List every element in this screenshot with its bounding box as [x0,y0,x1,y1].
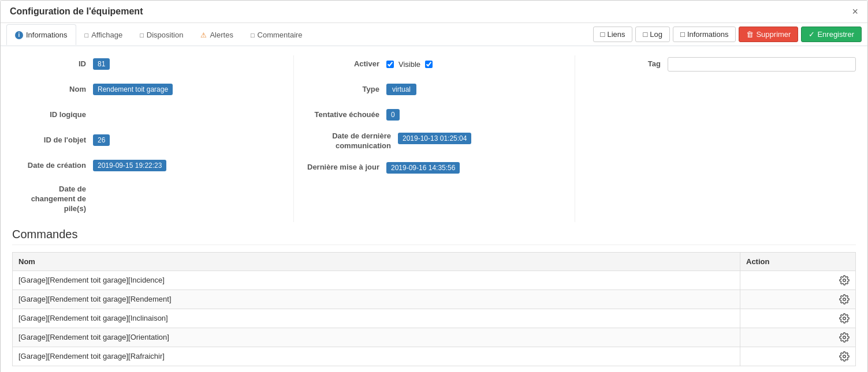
nom-row: Nom Rendement toit garage [12,81,282,98]
command-action [740,347,856,366]
tab-disposition-label: Disposition [147,31,184,39]
col-nom-header: Nom [13,252,740,270]
date-creation-row: Date de création 2019-09-15 19:22:23 [12,157,282,174]
nom-label: Nom [12,85,93,95]
informations2-button[interactable]: □ Informations [673,27,736,42]
tentative-label: Tentative échouée [306,110,386,120]
affichage-icon: □ [85,32,89,39]
id-objet-label: ID de l'objet [12,136,93,145]
nom-value: Rendement toit garage [93,84,282,95]
type-row: Type virtual [306,81,563,98]
command-nom: [Garage][Rendement toit garage][Orientat… [13,328,740,347]
table-row: [Garage][Rendement toit garage][Inclinai… [13,309,856,328]
log-button[interactable]: □ Log [635,27,670,42]
col-action-header: Action [740,252,856,270]
tab-affichage[interactable]: □ Affichage [76,24,132,45]
tag-field-container [668,57,856,72]
action-gear-icon[interactable] [746,275,850,285]
commands-table: Nom Action [Garage][Rendement toit garag… [12,252,856,366]
tag-input[interactable] [668,57,856,72]
table-row: [Garage][Rendement toit garage][Incidenc… [13,270,856,290]
tabs-right: □ Liens □ Log □ Informations 🗑 Supprimer… [593,23,862,46]
id-row: ID 81 [12,55,282,73]
action-gear-icon[interactable] [746,313,850,324]
alertes-icon: ⚠ [200,31,207,39]
liens-icon: □ [601,30,605,39]
table-row: [Garage][Rendement toit garage][Rendemen… [13,290,856,309]
tab-informations[interactable]: i Informations [6,24,76,45]
tab-commentaire-label: Commentaire [258,31,303,39]
date-creation-label: Date de création [12,161,93,171]
command-nom: [Garage][Rendement toit garage][Inclinai… [13,309,740,328]
form-section-right: Tag [575,55,856,222]
id-objet-row: ID de l'objet 26 [12,131,282,149]
tag-label: Tag [587,59,668,69]
tab-commentaire[interactable]: □ Commentaire [242,24,311,45]
table-row: [Garage][Rendement toit garage][Rafraich… [13,347,856,366]
svg-point-0 [843,279,846,281]
date-creation-value: 2019-09-15 19:22:23 [93,160,282,171]
action-gear-icon[interactable] [746,351,850,362]
close-button[interactable]: × [852,6,858,17]
command-nom: [Garage][Rendement toit garage][Incidenc… [13,270,740,290]
id-objet-badge: 26 [93,134,110,146]
enregistrer-button[interactable]: ✓ Enregistrer [801,27,862,42]
activer-checkbox[interactable] [386,61,394,68]
liens-button[interactable]: □ Liens [593,27,633,42]
date-creation-badge: 2019-09-15 19:22:23 [93,160,166,171]
command-nom: [Garage][Rendement toit garage][Rafraich… [13,347,740,366]
tentative-row: Tentative échouée 0 [306,106,563,123]
id-logique-row: ID logique [12,106,282,123]
type-badge: virtual [386,84,416,95]
visible-checkbox[interactable] [425,61,433,68]
informations2-icon: □ [680,30,685,39]
action-gear-icon[interactable] [746,332,850,343]
id-value: 81 [93,58,282,70]
derniere-comm-value: 2019-10-13 01:25:04 [398,131,563,144]
supprimer-button[interactable]: 🗑 Supprimer [739,27,798,42]
derniere-comm-label: Date de dernièrecommunication [306,131,398,151]
derniere-maj-value: 2019-09-16 14:35:56 [386,162,563,174]
command-action [740,290,856,309]
svg-point-2 [843,317,846,320]
commentaire-icon: □ [251,32,255,39]
tab-alertes-label: Alertes [210,31,233,39]
tab-disposition[interactable]: □ Disposition [131,24,192,45]
tabs-left: i Informations □ Affichage □ Disposition… [6,24,311,44]
derniere-comm-row: Date de dernièrecommunication 2019-10-13… [306,131,563,151]
modal-title: Configuration de l'équipement [10,6,143,17]
form-grid: ID 81 Nom Rendement toit garage ID logiq… [12,55,856,222]
id-label: ID [12,59,93,69]
svg-point-3 [843,336,846,339]
form-section-mid: Activer Visible Type virtual [293,55,575,222]
commands-title: Commandes [12,228,856,245]
derniere-maj-label: Dernière mise à jour [306,163,386,172]
derniere-maj-row: Dernière mise à jour 2019-09-16 14:35:56 [306,159,563,176]
table-row: [Garage][Rendement toit garage][Orientat… [13,328,856,347]
date-changement-row: Date dechangement depile(s) [12,182,282,214]
tab-affichage-label: Affichage [91,31,122,39]
action-gear-icon[interactable] [746,294,850,305]
command-nom: [Garage][Rendement toit garage][Rendemen… [13,290,740,309]
id-logique-label: ID logique [12,110,93,120]
modal-body: ID 81 Nom Rendement toit garage ID logiq… [1,46,867,372]
derniere-comm-badge: 2019-10-13 01:25:04 [398,133,471,144]
command-action [740,270,856,290]
trash-icon: 🗑 [746,30,754,39]
visible-label: Visible [398,60,420,69]
id-badge: 81 [93,58,110,70]
info-tab-icon: i [15,31,23,39]
command-action [740,309,856,328]
nom-badge: Rendement toit garage [93,84,173,95]
derniere-maj-badge: 2019-09-16 14:35:56 [386,162,460,174]
form-section-left: ID 81 Nom Rendement toit garage ID logiq… [12,55,293,222]
tab-informations-label: Informations [26,31,68,39]
tab-bar: i Informations □ Affichage □ Disposition… [1,23,867,46]
activer-label: Activer [306,59,386,69]
svg-point-4 [843,355,846,358]
tentative-value: 0 [386,109,563,121]
tab-alertes[interactable]: ⚠ Alertes [192,24,241,45]
type-label: Type [306,85,386,95]
check-icon: ✓ [809,30,815,39]
id-objet-value: 26 [93,134,282,146]
